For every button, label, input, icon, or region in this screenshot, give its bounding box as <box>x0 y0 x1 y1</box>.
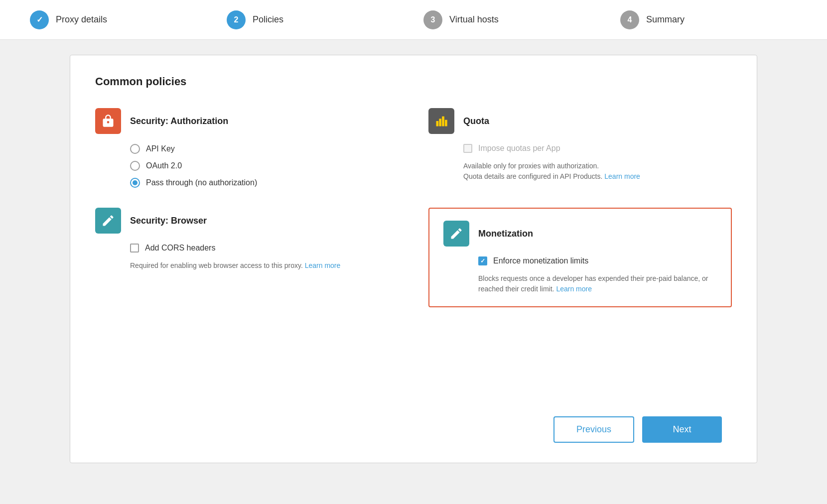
quota-checkbox-box[interactable] <box>463 144 472 153</box>
browser-checkbox-label: Add CORS headers <box>145 244 215 252</box>
bar-chart-icon <box>434 114 448 128</box>
step-number-3: 3 <box>431 15 435 24</box>
security-browser-header: Security: Browser <box>95 208 399 234</box>
quota-icon <box>428 108 454 134</box>
step-label-3: Virtual hosts <box>449 14 499 25</box>
step-circle-2: 2 <box>227 10 246 29</box>
monetization-learn-more-link[interactable]: Learn more <box>556 285 592 293</box>
quota-section: Quota Impose quotas per App Available on… <box>428 108 732 188</box>
step-policies: 2 Policies <box>227 10 404 29</box>
svg-rect-1 <box>439 119 441 126</box>
step-circle-4: 4 <box>620 10 639 29</box>
monetization-description: Blocks requests once a developer has exp… <box>443 273 717 294</box>
auth-radio-group: API Key OAuth 2.0 Pass through (no autho… <box>95 144 399 188</box>
monetization-title: Monetization <box>478 229 533 239</box>
main-content: Common policies Security: Authorization <box>0 40 827 504</box>
pencil-icon-browser <box>101 214 115 228</box>
previous-button[interactable]: Previous <box>553 416 634 443</box>
radio-pass-through[interactable]: Pass through (no authorization) <box>130 178 399 188</box>
security-browser-section: Security: Browser Add CORS headers Requi… <box>95 208 399 307</box>
lock-icon <box>101 114 115 128</box>
radio-api-key-label: API Key <box>146 144 175 153</box>
radio-oauth[interactable]: OAuth 2.0 <box>130 161 399 171</box>
quota-checkbox-label: Impose quotas per App <box>478 144 560 153</box>
svg-rect-0 <box>436 121 439 126</box>
radio-pass-through-outer[interactable] <box>130 178 140 188</box>
step-circle-3: 3 <box>423 10 442 29</box>
step-circle-1: ✓ <box>30 10 49 29</box>
policies-card: Common policies Security: Authorization <box>70 55 757 463</box>
security-auth-title: Security: Authorization <box>130 116 228 126</box>
step-label-4: Summary <box>646 14 685 25</box>
security-auth-icon <box>95 108 121 134</box>
quota-description: Available only for proxies with authoriz… <box>428 161 732 182</box>
radio-pass-through-inner <box>133 180 138 185</box>
browser-description-text: Required for enabling web browser access… <box>130 261 305 269</box>
step-label-1: Proxy details <box>56 14 107 25</box>
step-virtual-hosts: 3 Virtual hosts <box>423 10 600 29</box>
stepper: ✓ Proxy details 2 Policies 3 Virtual hos… <box>0 0 827 40</box>
radio-pass-through-label: Pass through (no authorization) <box>146 178 257 187</box>
security-auth-section: Security: Authorization API Key OAuth 2.… <box>95 108 399 188</box>
next-button[interactable]: Next <box>642 416 722 443</box>
monetization-box: Monetization Enforce monetization limits… <box>428 208 732 307</box>
quota-checkbox-item[interactable]: Impose quotas per App <box>463 144 732 153</box>
quota-description-text: Available only for proxies with authoriz… <box>463 162 604 180</box>
monetization-checkbox-box[interactable] <box>478 256 487 265</box>
browser-checkbox-box[interactable] <box>130 244 139 252</box>
step-summary: 4 Summary <box>620 10 797 29</box>
monetization-section: Monetization Enforce monetization limits… <box>428 208 732 307</box>
step-number-2: 2 <box>234 15 239 24</box>
monetization-description-text: Blocks requests once a developer has exp… <box>478 274 708 293</box>
security-auth-header: Security: Authorization <box>95 108 399 134</box>
monetization-checkbox-group: Enforce monetization limits <box>443 256 717 265</box>
browser-checkbox-group: Add CORS headers <box>95 244 399 252</box>
svg-rect-2 <box>442 117 444 126</box>
step-label-2: Policies <box>253 14 283 25</box>
svg-rect-3 <box>445 120 447 126</box>
monetization-header: Monetization <box>443 221 717 247</box>
security-browser-title: Security: Browser <box>130 216 207 226</box>
quota-checkbox-group: Impose quotas per App <box>428 144 732 153</box>
browser-learn-more-link[interactable]: Learn more <box>305 261 341 269</box>
quota-header: Quota <box>428 108 732 134</box>
step-number-4: 4 <box>628 15 632 24</box>
browser-description: Required for enabling web browser access… <box>95 260 399 271</box>
step-proxy-details: ✓ Proxy details <box>30 10 207 29</box>
pencil-icon-monetization <box>449 227 463 241</box>
monetization-checkbox-item[interactable]: Enforce monetization limits <box>478 256 717 265</box>
policies-grid: Security: Authorization API Key OAuth 2.… <box>95 108 732 307</box>
radio-api-key[interactable]: API Key <box>130 144 399 154</box>
security-browser-icon <box>95 208 121 234</box>
radio-oauth-label: OAuth 2.0 <box>146 161 182 170</box>
checkmark-icon: ✓ <box>36 15 43 24</box>
radio-oauth-outer[interactable] <box>130 161 140 171</box>
card-footer: Previous Next <box>534 406 742 453</box>
browser-checkbox-item[interactable]: Add CORS headers <box>130 244 399 252</box>
card-title: Common policies <box>95 75 732 88</box>
monetization-checkbox-label: Enforce monetization limits <box>493 256 588 265</box>
radio-api-key-outer[interactable] <box>130 144 140 154</box>
quota-title: Quota <box>463 116 489 126</box>
monetization-icon <box>443 221 469 247</box>
quota-learn-more-link[interactable]: Learn more <box>604 172 640 180</box>
